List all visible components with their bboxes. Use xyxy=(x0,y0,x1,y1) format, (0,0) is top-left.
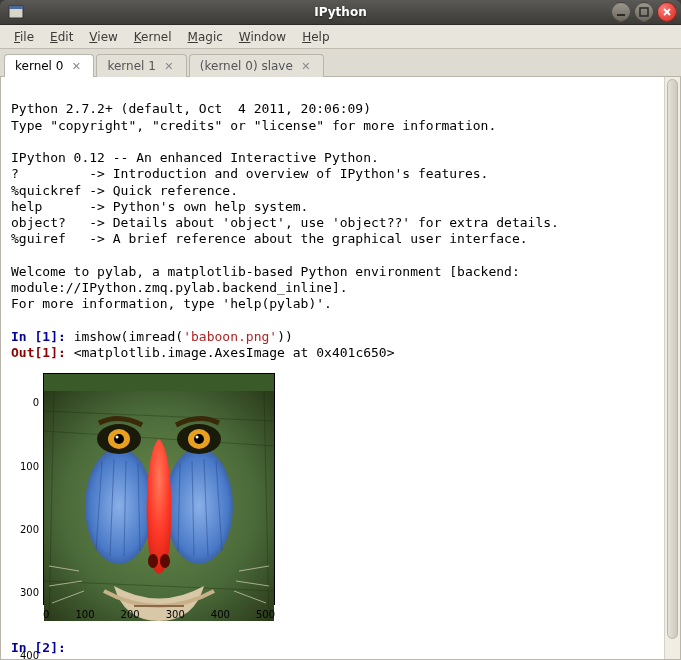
banner-text: module://IPython.zmq.pylab.backend_inlin… xyxy=(11,280,348,295)
menu-magic[interactable]: Magic xyxy=(180,27,231,47)
svg-rect-1 xyxy=(9,6,23,9)
tab-kernel-0-slave[interactable]: (kernel 0) slave ✕ xyxy=(189,54,324,77)
close-icon[interactable]: ✕ xyxy=(162,59,176,73)
console[interactable]: Python 2.7.2+ (default, Oct 4 2011, 20:0… xyxy=(1,77,664,659)
menubar: File Edit View Kernel Magic Window Help xyxy=(0,25,681,49)
plot-output: 0 100 200 300 400 500 xyxy=(11,363,656,623)
svg-point-13 xyxy=(165,448,233,564)
svg-point-28 xyxy=(114,434,124,444)
tab-label: (kernel 0) slave xyxy=(200,59,293,73)
code-text: )) xyxy=(277,329,293,344)
menu-edit[interactable]: Edit xyxy=(42,27,81,47)
svg-point-30 xyxy=(116,435,119,438)
out-prompt: Out[1]: xyxy=(11,345,74,360)
plot-image xyxy=(43,373,275,605)
minimize-button[interactable] xyxy=(611,2,631,22)
banner-text: help -> Python's own help system. xyxy=(11,199,308,214)
banner-text: Python 2.7.2+ (default, Oct 4 2011, 20:0… xyxy=(11,101,379,116)
close-icon[interactable]: ✕ xyxy=(69,59,83,73)
menu-file[interactable]: File xyxy=(6,27,42,47)
app-icon xyxy=(8,4,24,20)
window-controls xyxy=(611,2,677,22)
svg-rect-3 xyxy=(640,8,648,16)
tab-label: kernel 1 xyxy=(107,59,155,73)
menu-window[interactable]: Window xyxy=(231,27,294,47)
menu-kernel[interactable]: Kernel xyxy=(126,27,180,47)
banner-text: Type "copyright", "credits" or "license"… xyxy=(11,118,496,133)
window-title: IPython xyxy=(314,5,366,19)
close-button[interactable] xyxy=(657,2,677,22)
svg-point-22 xyxy=(148,554,158,568)
banner-text: Welcome to pylab, a matplotlib-based Pyt… xyxy=(11,264,528,279)
tab-label: kernel 0 xyxy=(15,59,63,73)
banner-text: %quickref -> Quick reference. xyxy=(11,183,238,198)
x-axis-ticks: 0 100 200 300 400 500 xyxy=(43,609,275,622)
out-value: <matplotlib.image.AxesImage at 0x401c650… xyxy=(74,345,395,360)
svg-point-31 xyxy=(196,435,199,438)
tab-kernel-0[interactable]: kernel 0 ✕ xyxy=(4,54,94,77)
menu-help[interactable]: Help xyxy=(294,27,337,47)
scrollbar-thumb[interactable] xyxy=(667,79,678,639)
menu-view[interactable]: View xyxy=(81,27,125,47)
svg-point-29 xyxy=(194,434,204,444)
svg-point-23 xyxy=(160,554,170,568)
code-text: imshow(imread( xyxy=(74,329,184,344)
content-area: Python 2.7.2+ (default, Oct 4 2011, 20:0… xyxy=(0,77,681,660)
scrollbar[interactable] xyxy=(664,77,680,659)
close-icon[interactable]: ✕ xyxy=(299,59,313,73)
code-string: 'baboon.png' xyxy=(183,329,277,344)
tab-kernel-1[interactable]: kernel 1 ✕ xyxy=(96,54,186,77)
banner-text: ? -> Introduction and overview of IPytho… xyxy=(11,166,488,181)
titlebar[interactable]: IPython xyxy=(0,0,681,25)
banner-text: For more information, type 'help(pylab)'… xyxy=(11,296,332,311)
y-axis-ticks: 0 100 200 300 400 500 xyxy=(11,373,39,659)
svg-point-12 xyxy=(85,448,153,564)
banner-text: object? -> Details about 'object', use '… xyxy=(11,215,559,230)
tabbar: kernel 0 ✕ kernel 1 ✕ (kernel 0) slave ✕ xyxy=(0,49,681,77)
svg-rect-2 xyxy=(617,14,625,16)
banner-text: IPython 0.12 -- An enhanced Interactive … xyxy=(11,150,379,165)
maximize-button[interactable] xyxy=(634,2,654,22)
in-prompt: In [1]: xyxy=(11,329,74,344)
banner-text: %guiref -> A brief reference about the g… xyxy=(11,231,528,246)
